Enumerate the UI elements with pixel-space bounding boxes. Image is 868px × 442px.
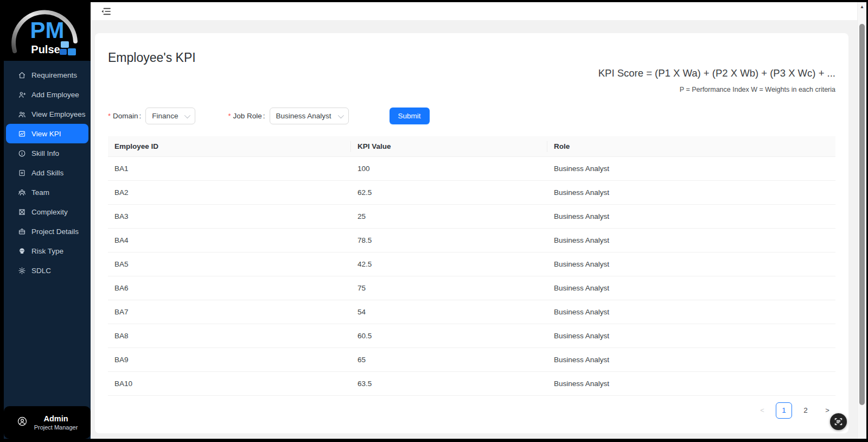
sidebar-item-label: View Employees: [31, 110, 86, 118]
user-panel[interactable]: Admin Project Manager: [4, 406, 91, 439]
sidebar-item-label: Project Details: [31, 228, 79, 236]
sidebar-item-skill-info[interactable]: Skill Info: [6, 143, 88, 163]
cell-role: Business Analyst: [547, 372, 835, 396]
cell-employee-id: BA9: [108, 348, 351, 372]
kpi-formula-note: P = Performance Index W = Weights in eac…: [108, 86, 835, 93]
table-row[interactable]: BA6 75 Business Analyst: [108, 276, 835, 300]
file-add-icon: [18, 169, 26, 177]
table-row[interactable]: BA10 63.5 Business Analyst: [108, 372, 835, 396]
users-icon: [18, 110, 26, 118]
extension-widget-button[interactable]: [830, 413, 847, 430]
cell-kpi-value: 54: [351, 300, 547, 324]
sidebar-item-label: Complexity: [31, 208, 68, 216]
cell-employee-id: BA5: [108, 252, 351, 276]
svg-text:Pulse: Pulse: [31, 43, 60, 55]
table-row[interactable]: BA1 100 Business Analyst: [108, 157, 835, 181]
sidebar-item-requirements[interactable]: Requirements: [6, 65, 88, 85]
kpi-formula: KPI Score = (P1 X Wa) + (P2 X Wb) + (P3 …: [108, 67, 835, 79]
label-colon: :: [263, 112, 265, 120]
domain-select-value: Finance: [152, 112, 178, 120]
cell-kpi-value: 65: [351, 348, 547, 372]
main-area: Employee's KPI KPI Score = (P1 X Wa) + (…: [91, 2, 857, 439]
sidebar-item-label: Skill Info: [31, 149, 59, 157]
table-row[interactable]: BA8 60.5 Business Analyst: [108, 324, 835, 348]
table-row[interactable]: BA9 65 Business Analyst: [108, 348, 835, 372]
table-row[interactable]: BA7 54 Business Analyst: [108, 300, 835, 324]
chevron-down-icon: [184, 112, 190, 118]
user-role: Project Manager: [34, 424, 78, 431]
box-x-icon: [18, 208, 26, 216]
skull-icon: [18, 247, 26, 255]
cell-role: Business Analyst: [547, 157, 835, 181]
sidebar-item-project-details[interactable]: Project Details: [6, 222, 88, 241]
cell-employee-id: BA1: [108, 157, 351, 181]
cell-kpi-value: 75: [351, 276, 547, 300]
user-name: Admin: [34, 414, 78, 423]
required-marker: *: [108, 112, 111, 120]
menu-fold-icon[interactable]: [101, 7, 111, 16]
column-header-kpi-value: KPI Value: [351, 136, 547, 157]
sidebar-item-label: Team: [31, 188, 49, 197]
kpi-table: Employee ID KPI Value Role BA1 100 Busin…: [108, 136, 835, 396]
kpi-card: Employee's KPI KPI Score = (P1 X Wa) + (…: [95, 33, 848, 433]
sidebar-item-complexity[interactable]: Complexity: [6, 202, 88, 222]
pagination-page-2[interactable]: 2: [797, 402, 814, 419]
sidebar-item-label: Add Employee: [31, 91, 79, 99]
table-header-row: Employee ID KPI Value Role: [108, 136, 835, 157]
domain-select[interactable]: Finance: [145, 108, 195, 124]
cell-kpi-value: 25: [351, 205, 547, 229]
job-role-select[interactable]: Business Analyst: [270, 108, 349, 124]
pagination-prev-button[interactable]: <: [754, 402, 770, 419]
cell-employee-id: BA4: [108, 229, 351, 252]
pagination: < 1 2 >: [108, 402, 835, 419]
label-colon: :: [139, 112, 142, 120]
team-icon: [18, 188, 26, 197]
user-add-icon: [18, 91, 26, 99]
cell-role: Business Analyst: [547, 276, 835, 300]
scrollbar-thumb[interactable]: [859, 24, 865, 405]
cell-kpi-value: 42.5: [351, 252, 547, 276]
sidebar-item-add-skills[interactable]: Add Skills: [6, 163, 88, 182]
table-row[interactable]: BA2 62.5 Business Analyst: [108, 181, 835, 205]
table-row[interactable]: BA4 78.5 Business Analyst: [108, 229, 835, 252]
avatar-icon: [17, 416, 28, 429]
chevron-down-icon: [337, 112, 343, 118]
cell-role: Business Analyst: [547, 229, 835, 252]
topbar: [91, 2, 857, 20]
scrollbar-up-arrow-icon[interactable]: ▲: [858, 4, 866, 9]
briefcase-icon: [18, 228, 26, 236]
cell-employee-id: BA3: [108, 205, 351, 229]
cell-role: Business Analyst: [547, 348, 835, 372]
sidebar-item-label: Add Skills: [31, 169, 63, 177]
domain-label: Domain: [113, 112, 138, 120]
cell-role: Business Analyst: [547, 324, 835, 348]
sidebar-item-view-kpi[interactable]: View KPI: [6, 124, 88, 143]
sidebar-item-risk-type[interactable]: Risk Type: [6, 241, 88, 261]
table-row[interactable]: BA5 42.5 Business Analyst: [108, 252, 835, 276]
sidebar-item-add-employee[interactable]: Add Employee: [6, 85, 88, 104]
cell-kpi-value: 60.5: [351, 324, 547, 348]
app-window: PM Pulse Requirements Add Employee View …: [4, 2, 866, 439]
cell-role: Business Analyst: [547, 252, 835, 276]
cell-role: Business Analyst: [547, 181, 835, 205]
kpi-formula-block: KPI Score = (P1 X Wa) + (P2 X Wb) + (P3 …: [108, 67, 835, 93]
submit-button[interactable]: Submit: [390, 108, 430, 124]
pagination-page-1[interactable]: 1: [776, 402, 792, 419]
sidebar-menu: Requirements Add Employee View Employees…: [4, 61, 91, 406]
cell-employee-id: BA8: [108, 324, 351, 348]
kpi-table-body: BA1 100 Business Analyst BA2 62.5 Busine…: [108, 157, 835, 396]
domain-form-item: * Domain : Finance: [108, 108, 195, 124]
svg-text:PM: PM: [30, 17, 65, 43]
table-row[interactable]: BA3 25 Business Analyst: [108, 205, 835, 229]
sidebar-item-view-employees[interactable]: View Employees: [6, 104, 88, 124]
sidebar-item-sdlc[interactable]: SDLC: [6, 261, 88, 280]
scan-lines-icon: [834, 417, 843, 426]
sidebar-item-team[interactable]: Team: [6, 182, 88, 202]
required-marker: *: [228, 112, 231, 120]
pm-pulse-logo-icon: PM Pulse: [7, 3, 88, 60]
content: Employee's KPI KPI Score = (P1 X Wa) + (…: [91, 20, 857, 439]
browser-scrollbar[interactable]: ▲: [857, 2, 866, 439]
cell-kpi-value: 63.5: [351, 372, 547, 396]
sidebar-item-label: Risk Type: [31, 247, 63, 255]
job-role-form-item: * Job Role : Business Analyst: [228, 108, 348, 124]
